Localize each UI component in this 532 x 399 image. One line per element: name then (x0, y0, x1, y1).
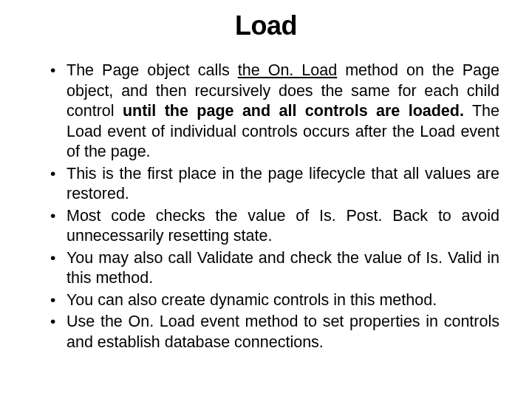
page-title: Load (33, 10, 499, 41)
bold-text: until the page and all controls are load… (123, 102, 464, 120)
list-item: Most code checks the value of Is. Post. … (50, 206, 499, 247)
slide: Load The Page object calls the On. Load … (0, 0, 532, 399)
list-item: The Page object calls the On. Load metho… (50, 61, 499, 163)
list-item: You may also call Validate and check the… (50, 248, 499, 289)
list-item: Use the On. Load event method to set pro… (50, 312, 499, 352)
list-item: This is the first place in the page life… (50, 164, 499, 205)
list-item: You can also create dynamic controls in … (50, 290, 499, 311)
bullet-list: The Page object calls the On. Load metho… (33, 61, 499, 352)
text-run: The Page object calls (66, 61, 238, 79)
underlined-text: the On. Load (238, 61, 337, 79)
